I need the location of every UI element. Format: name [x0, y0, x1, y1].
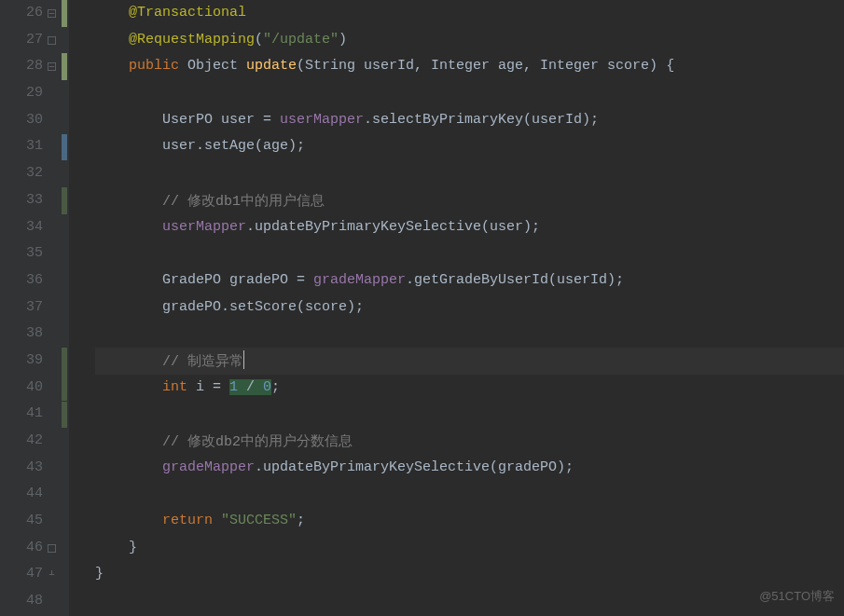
code-line[interactable]: @Transactional: [95, 0, 844, 27]
code-line[interactable]: @RequestMapping("/update"): [95, 27, 844, 54]
line-number[interactable]: 36: [0, 267, 43, 294]
change-marker: [62, 53, 67, 80]
code-token: }: [95, 540, 137, 555]
code-token: [95, 5, 129, 21]
code-line[interactable]: UserPO user = userMapper.selectByPrimary…: [95, 107, 844, 134]
code-token: 0: [263, 379, 271, 395]
code-line[interactable]: int i = 1 / 0;: [95, 375, 844, 402]
code-editor[interactable]: 26272829303132333435363738394041424344▶4…: [0, 0, 844, 616]
code-token: 修改: [187, 432, 215, 448]
line-number[interactable]: 32: [0, 160, 43, 187]
fold-icon[interactable]: [47, 62, 56, 72]
code-token: UserPO user =: [95, 112, 280, 128]
text-cursor: [243, 350, 244, 369]
line-number[interactable]: 41: [0, 401, 43, 428]
change-marker: [62, 375, 67, 402]
code-line[interactable]: // 制造异常: [95, 348, 844, 375]
fold-icon[interactable]: [47, 543, 56, 553]
code-token: i =: [187, 379, 229, 395]
code-token: [95, 354, 162, 370]
line-number[interactable]: 37: [0, 294, 43, 322]
code-token: user.setAge(age);: [95, 138, 305, 154]
code-token: 1: [229, 379, 238, 395]
line-number[interactable]: 35: [0, 240, 43, 267]
code-line[interactable]: gradeMapper.updateByPrimaryKeySelective(…: [95, 455, 844, 482]
code-token: 修改: [187, 192, 215, 208]
line-number[interactable]: 26: [0, 0, 43, 27]
code-line[interactable]: [95, 321, 844, 348]
code-line[interactable]: GradePO gradePO = gradeMapper.getGradeBy…: [95, 267, 844, 294]
code-token: @RequestMapping: [129, 32, 255, 48]
code-token: [95, 219, 162, 235]
line-number[interactable]: 33: [0, 187, 43, 214]
line-number[interactable]: 29: [0, 80, 43, 107]
fold-icon[interactable]: [47, 35, 56, 45]
line-number[interactable]: 45: [0, 508, 43, 535]
code-line[interactable]: public Object update(String userId, Inte…: [95, 53, 844, 80]
svg-rect-5: [48, 544, 55, 552]
change-marker: [62, 134, 67, 161]
code-line[interactable]: [95, 481, 844, 508]
code-token: 中的用户信息: [241, 192, 325, 208]
line-number[interactable]: 31: [0, 133, 43, 160]
line-number[interactable]: 40: [0, 375, 43, 402]
code-token: ;: [297, 513, 305, 528]
code-token: //: [162, 434, 187, 450]
code-content-area[interactable]: @Transactional @RequestMapping("/update"…: [69, 0, 844, 616]
code-token: (: [255, 32, 263, 48]
code-line[interactable]: }: [95, 535, 844, 562]
code-token: /: [238, 379, 263, 395]
code-token: .selectByPrimaryKey(userId);: [364, 112, 599, 128]
change-marker: [62, 402, 67, 429]
code-token: 制造异常: [187, 352, 243, 368]
code-line[interactable]: [95, 80, 844, 107]
code-token: db2: [215, 434, 241, 450]
code-line[interactable]: return "SUCCESS";: [95, 508, 844, 535]
line-number[interactable]: 46: [0, 535, 43, 562]
watermark: @51CTO博客: [759, 583, 835, 610]
code-line[interactable]: // 修改db2中的用户分数信息: [95, 428, 844, 455]
code-token: //: [162, 194, 187, 210]
code-token: (String userId, Integer age, Integer sco…: [297, 58, 674, 74]
line-number[interactable]: 44▶: [0, 481, 43, 508]
code-token: [95, 194, 162, 210]
fold-icon[interactable]: [47, 570, 56, 580]
code-token: GradePO gradePO =: [95, 272, 313, 288]
line-number[interactable]: 42: [0, 428, 43, 455]
code-token: update: [246, 58, 297, 74]
code-line[interactable]: [95, 401, 844, 428]
code-token: userMapper: [280, 112, 364, 128]
code-line[interactable]: }: [95, 561, 844, 588]
line-number[interactable]: 28: [0, 53, 43, 80]
code-token: return: [162, 513, 221, 528]
code-line[interactable]: gradePO.setScore(score);: [95, 294, 844, 322]
line-number[interactable]: 34: [0, 214, 43, 241]
code-line[interactable]: [95, 160, 844, 187]
line-number[interactable]: 48: [0, 588, 43, 615]
code-line[interactable]: [95, 240, 844, 267]
line-number[interactable]: 27: [0, 27, 43, 54]
code-token: .updateByPrimaryKeySelective(gradePO);: [255, 459, 574, 475]
code-token: .updateByPrimaryKeySelective(user);: [246, 219, 540, 235]
code-token: 中的用户分数信息: [241, 432, 353, 448]
line-number[interactable]: 47: [0, 561, 43, 588]
line-number[interactable]: 43: [0, 455, 43, 482]
code-token: [95, 32, 129, 48]
line-number[interactable]: 39: [0, 348, 43, 375]
code-line[interactable]: user.setAge(age);: [95, 133, 844, 160]
code-token: "/update": [263, 32, 339, 48]
code-token: gradeMapper: [162, 459, 255, 475]
code-token: gradePO.setScore(score);: [95, 299, 364, 315]
code-line[interactable]: // 修改db1中的用户信息: [95, 187, 844, 214]
code-token: }: [95, 566, 104, 582]
change-marker: [62, 0, 67, 27]
code-line[interactable]: userMapper.updateByPrimaryKeySelective(u…: [95, 214, 844, 241]
line-number[interactable]: 30: [0, 107, 43, 134]
line-number-gutter[interactable]: 26272829303132333435363738394041424344▶4…: [0, 0, 60, 616]
fold-icon[interactable]: [47, 8, 56, 18]
code-token: db1: [215, 194, 241, 210]
code-token: [95, 434, 162, 450]
code-line[interactable]: [95, 588, 844, 615]
line-number[interactable]: 38: [0, 321, 43, 348]
code-token: ;: [271, 379, 280, 395]
